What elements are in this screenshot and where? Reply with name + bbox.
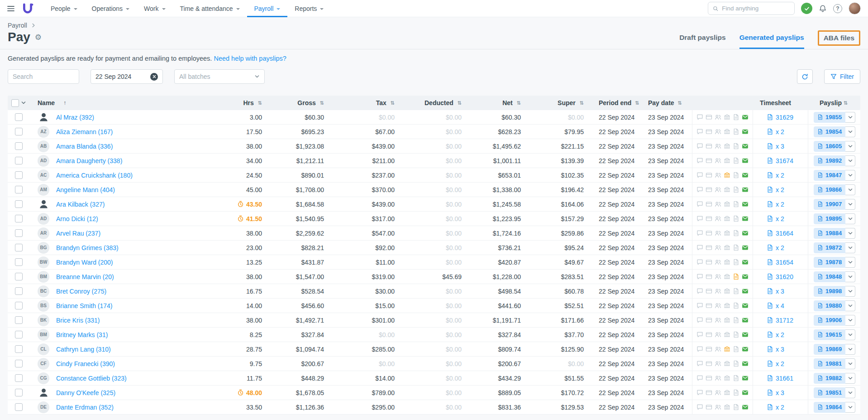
payslip-button[interactable]: 19872 — [814, 242, 845, 253]
table-search-input[interactable] — [13, 73, 74, 80]
payslip-button[interactable]: 19892 — [814, 155, 845, 166]
employee-name-link[interactable]: Brice Kris (331) — [56, 317, 100, 324]
payslip-button[interactable]: 19854 — [814, 126, 845, 137]
employee-name-link[interactable]: Arno Dicki (12) — [56, 215, 98, 222]
row-checkbox[interactable] — [15, 229, 23, 237]
nav-item[interactable]: People — [43, 0, 85, 17]
timesheet-link[interactable]: x 2 — [776, 404, 784, 411]
select-all-checkbox[interactable] — [11, 99, 19, 107]
timesheet-link[interactable]: x 2 — [776, 186, 784, 193]
employee-name-link[interactable]: Cindy Franecki (390) — [56, 360, 115, 367]
timesheet-link[interactable]: x 2 — [776, 128, 784, 135]
employee-name-link[interactable]: Amara Daugherty (338) — [56, 157, 122, 164]
payslip-button[interactable]: 19898 — [814, 286, 845, 297]
timesheet-link[interactable]: 31654 — [776, 259, 793, 266]
timesheet-link[interactable]: x 2 — [776, 201, 784, 208]
payslip-dropdown[interactable] — [845, 271, 855, 282]
row-checkbox[interactable] — [15, 287, 23, 295]
tab[interactable]: Draft payslips — [679, 34, 726, 49]
settings-gear-icon[interactable]: ⚙ — [35, 34, 42, 41]
filter-button[interactable]: Filter — [824, 69, 860, 84]
user-avatar[interactable] — [849, 2, 861, 14]
row-checkbox[interactable] — [15, 360, 23, 367]
payslip-dropdown[interactable] — [845, 155, 855, 166]
payslip-dropdown[interactable] — [845, 402, 855, 413]
status-check-icon[interactable] — [801, 3, 812, 14]
payslip-button[interactable]: 19866 — [814, 184, 845, 195]
nav-item[interactable]: Time & attendance — [173, 0, 247, 17]
row-checkbox[interactable] — [15, 316, 23, 324]
help-icon[interactable]: ? — [833, 4, 842, 13]
row-checkbox[interactable] — [15, 215, 23, 222]
table-search[interactable] — [8, 69, 79, 84]
global-search-input[interactable] — [722, 5, 790, 12]
employee-name-link[interactable]: Cathryn Lang (310) — [56, 346, 111, 353]
column-header-net[interactable]: Net⇅ — [464, 99, 524, 106]
payslip-dropdown[interactable] — [845, 126, 855, 137]
payslip-button[interactable]: 19848 — [814, 271, 845, 282]
batches-filter[interactable]: All batches — [174, 69, 265, 84]
payslip-button[interactable]: 18605 — [814, 141, 845, 152]
payslip-button[interactable]: 19881 — [814, 358, 845, 369]
timesheet-link[interactable]: 31620 — [776, 273, 793, 280]
row-checkbox[interactable] — [15, 128, 23, 135]
timesheet-link[interactable]: x 3 — [776, 143, 784, 150]
column-header-name[interactable]: Name ↑ — [29, 99, 214, 106]
timesheet-link[interactable]: 31674 — [776, 157, 793, 164]
row-checkbox[interactable] — [15, 403, 23, 411]
breadcrumb-item[interactable]: Payroll — [8, 22, 27, 29]
payslip-button[interactable]: 19906 — [814, 315, 845, 326]
payslip-dropdown[interactable] — [845, 242, 855, 253]
employee-name-link[interactable]: Ara Kilback (327) — [56, 201, 105, 208]
row-checkbox[interactable] — [15, 244, 23, 251]
payslip-dropdown[interactable] — [845, 286, 855, 297]
timesheet-link[interactable]: x 4 — [776, 302, 784, 309]
tab[interactable]: ABA files — [818, 30, 860, 46]
column-header-deducted[interactable]: Deducted⇅ — [397, 99, 464, 106]
timesheet-link[interactable]: 31661 — [776, 375, 793, 382]
employee-name-link[interactable]: Aliza Ziemann (167) — [56, 128, 113, 135]
payslip-dropdown[interactable] — [845, 213, 855, 224]
employee-name-link[interactable]: Angeline Mann (404) — [56, 186, 115, 193]
column-header-hrs[interactable]: Hrs⇅ — [214, 99, 265, 106]
row-checkbox[interactable] — [15, 345, 23, 353]
payslip-dropdown[interactable] — [845, 358, 855, 369]
row-checkbox[interactable] — [15, 113, 23, 121]
timesheet-link[interactable]: 31629 — [776, 114, 793, 121]
payslip-dropdown[interactable] — [845, 329, 855, 340]
row-checkbox[interactable] — [15, 258, 23, 266]
help-with-payslips-link[interactable]: Need help with payslips? — [214, 55, 286, 62]
payslip-dropdown[interactable] — [845, 184, 855, 195]
payslip-button[interactable]: 19884 — [814, 228, 845, 239]
row-checkbox[interactable] — [15, 389, 23, 396]
row-checkbox[interactable] — [15, 171, 23, 179]
row-checkbox[interactable] — [15, 142, 23, 150]
payslip-dropdown[interactable] — [845, 373, 855, 384]
payslip-button[interactable]: 19895 — [814, 213, 845, 224]
timesheet-link[interactable]: x 2 — [776, 215, 784, 222]
nav-item[interactable]: Work — [137, 0, 172, 17]
payslip-dropdown[interactable] — [845, 344, 855, 355]
timesheet-link[interactable]: x 2 — [776, 172, 784, 179]
employee-name-link[interactable]: Breanne Marvin (20) — [56, 273, 114, 280]
notifications-bell-icon[interactable] — [819, 5, 827, 13]
hamburger-menu-icon[interactable] — [7, 5, 14, 12]
nav-item[interactable]: Operations — [85, 0, 137, 17]
timesheet-link[interactable]: x 2 — [776, 360, 784, 367]
row-checkbox[interactable] — [15, 186, 23, 193]
employee-name-link[interactable]: Constance Gottlieb (323) — [56, 375, 127, 382]
column-header-payslip[interactable]: Payslip⇅ — [808, 99, 860, 106]
payslip-dropdown[interactable] — [845, 199, 855, 210]
refresh-button[interactable] — [797, 69, 813, 84]
payslip-dropdown[interactable] — [845, 112, 855, 123]
employee-name-link[interactable]: Brandyn Grimes (383) — [56, 244, 119, 251]
payslip-button[interactable]: 19880 — [814, 300, 845, 311]
employee-name-link[interactable]: Dante Erdman (352) — [56, 404, 114, 411]
employee-name-link[interactable]: Britney Marks (31) — [56, 331, 108, 338]
employee-name-link[interactable]: Arvel Rau (237) — [56, 230, 100, 237]
timesheet-link[interactable]: x 2 — [776, 331, 784, 338]
payslip-button[interactable]: 19869 — [814, 344, 845, 355]
app-logo[interactable] — [22, 3, 33, 14]
global-search[interactable] — [708, 2, 795, 15]
employee-name-link[interactable]: Bret Conroy (275) — [56, 288, 106, 295]
